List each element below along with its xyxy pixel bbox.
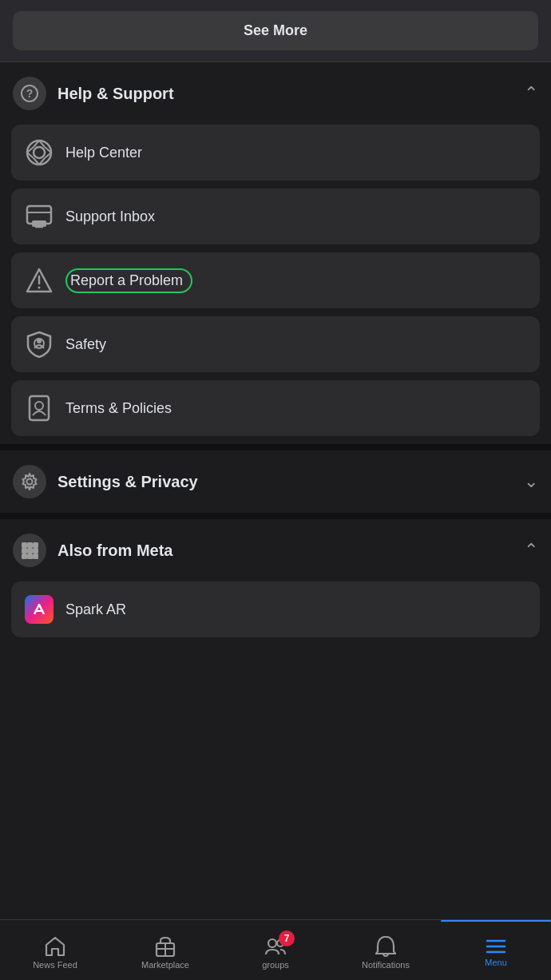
svg-point-23	[27, 479, 33, 485]
help-center-label: Help Center	[65, 145, 142, 161]
svg-rect-30	[22, 553, 27, 559]
nav-menu-label: Menu	[485, 958, 507, 967]
terms-policies-icon	[24, 393, 54, 423]
news-feed-icon	[44, 935, 66, 958]
help-support-title: Help & Support	[57, 85, 524, 103]
nav-menu[interactable]: Menu	[441, 920, 551, 980]
svg-rect-25	[27, 542, 33, 548]
settings-privacy-icon	[13, 465, 46, 498]
marketplace-icon	[154, 935, 176, 958]
terms-policies-item[interactable]: Terms & Policies	[11, 380, 540, 436]
help-center-icon	[24, 137, 54, 168]
divider-2	[0, 513, 551, 519]
spark-ar-label: Spark AR	[65, 601, 126, 618]
svg-text:?: ?	[26, 87, 34, 100]
also-from-meta-chevron: ⌃	[524, 540, 538, 561]
svg-point-20	[37, 339, 42, 343]
bottom-navigation: News Feed Marketplace 7 groups	[0, 919, 551, 980]
nav-groups[interactable]: 7 groups	[220, 920, 331, 980]
also-from-meta-items: Spark AR	[0, 581, 551, 637]
also-from-meta-icon	[13, 534, 46, 567]
also-from-meta-title: Also from Meta	[57, 542, 524, 560]
help-center-item[interactable]: Help Center	[11, 125, 540, 181]
also-from-meta-header[interactable]: Also from Meta ⌃	[0, 519, 551, 581]
nav-notifications-label: Notifications	[362, 960, 410, 970]
groups-icon: 7	[264, 935, 287, 958]
nav-notifications[interactable]: Notifications	[331, 920, 441, 980]
svg-point-36	[268, 939, 276, 947]
svg-rect-26	[33, 542, 38, 548]
nav-groups-label: groups	[262, 960, 289, 970]
notifications-icon	[375, 935, 396, 958]
spark-ar-icon	[24, 594, 54, 625]
svg-rect-31	[27, 553, 33, 559]
help-support-icon: ?	[13, 77, 46, 110]
svg-rect-32	[33, 553, 38, 559]
svg-rect-21	[30, 396, 49, 420]
support-inbox-label: Support Inbox	[65, 208, 155, 225]
svg-rect-24	[22, 542, 27, 548]
nav-news-feed[interactable]: News Feed	[0, 920, 110, 980]
divider-1	[0, 444, 551, 450]
safety-item[interactable]: Safety	[11, 316, 540, 372]
help-support-chevron: ⌃	[524, 83, 538, 104]
menu-icon	[485, 938, 507, 955]
see-more-section: See More	[0, 0, 551, 62]
see-more-button[interactable]: See More	[13, 11, 538, 50]
safety-label: Safety	[65, 336, 106, 353]
terms-policies-label: Terms & Policies	[65, 400, 172, 417]
settings-privacy-chevron: ⌄	[524, 471, 538, 492]
nav-marketplace[interactable]: Marketplace	[110, 920, 220, 980]
nav-marketplace-label: Marketplace	[141, 960, 189, 970]
help-support-header[interactable]: ? Help & Support ⌃	[0, 62, 551, 125]
help-support-items: Help Center Support Inbox	[0, 125, 551, 436]
settings-privacy-header[interactable]: Settings & Privacy ⌄	[0, 450, 551, 513]
svg-point-2	[27, 141, 51, 165]
nav-news-feed-label: News Feed	[33, 960, 77, 970]
svg-point-22	[35, 402, 43, 410]
report-problem-highlight: Report a Problem	[65, 268, 192, 293]
spark-ar-item[interactable]: Spark AR	[11, 581, 540, 637]
settings-privacy-title: Settings & Privacy	[57, 473, 524, 491]
support-inbox-item[interactable]: Support Inbox	[11, 188, 540, 244]
report-problem-icon	[24, 265, 54, 296]
svg-point-18	[38, 287, 41, 289]
groups-badge: 7	[279, 930, 295, 946]
svg-rect-27	[22, 548, 27, 553]
support-inbox-icon	[24, 201, 54, 232]
svg-rect-29	[33, 548, 38, 553]
active-indicator	[441, 920, 551, 922]
report-problem-item[interactable]: Report a Problem	[11, 252, 540, 308]
svg-rect-28	[27, 548, 33, 553]
safety-icon	[24, 329, 54, 359]
report-problem-label: Report a Problem	[65, 268, 192, 293]
svg-point-3	[34, 147, 45, 158]
